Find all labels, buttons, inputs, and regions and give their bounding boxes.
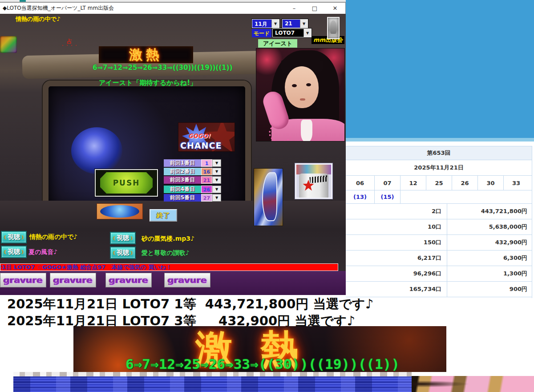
push-button[interactable]: PUSH [95,169,158,197]
chance-button-dome [100,205,139,218]
song-title: 愛と尊敬の讃歌♪ [142,249,190,257]
prev-number-row: 前回2番目 16 ▼ [164,168,221,175]
prev-label: 前回5番目 [164,194,201,202]
mode-label: モード [252,29,271,37]
fortune-dots: ・・・・ [61,44,78,48]
alert-banner: 21日 LOTO7 ☆GOGO★激熱 総合点97 本線で強気の 買いね！ [0,263,338,271]
prize-amount: 443,721,800円 [447,204,532,219]
statue-image [327,17,340,39]
aiist-message: アイースト「期待するからね!」 [99,79,197,87]
window-title: ◆LOTO当選探知機_オーパーツ_LT mm出版会 [0,4,114,12]
ornament-icon: ❰ [3,250,7,254]
listen-button[interactable]: ❰ 視聴 ❱ [1,246,27,258]
bonus-numbers-row: (13) (15) [346,190,532,204]
prize-amount: 1,300円 [447,266,532,281]
gravure-button[interactable]: gravure [0,273,46,287]
prev-value-select[interactable]: 1 [201,159,212,167]
photo-eye [292,84,297,87]
gekiatsu-banner-small: 激熱 [99,46,193,63]
chevron-down-icon[interactable]: ▼ [212,186,221,193]
desktop-background-edge [346,138,534,141]
ornament-icon: ❰ [112,251,116,255]
prize-units: 150口 [346,235,447,250]
listen-button[interactable]: ❰ 視聴 ❱ [110,247,136,259]
ornament-icon: ❱ [21,235,24,239]
chevron-down-icon[interactable]: ▼ [303,29,311,37]
prev-label: 前回4番目 [164,186,201,193]
listen-label: 視聴 [8,248,20,256]
draw-date: 2025年11月21日 [346,160,532,176]
top-edge-mark [20,0,26,2]
aiist-tag: アイースト [258,39,297,48]
exit-button[interactable]: 終了 [150,209,177,222]
lottery-results-table: 第653回 2025年11月21日 06 07 12 25 26 30 33 (… [346,146,532,298]
prize-amount: 432,900円 [447,235,532,250]
mode-select[interactable]: LOTO7 ▼ [272,28,312,37]
day-value: 21日 [283,20,300,28]
month-select[interactable]: 11月 ▼ [252,19,279,28]
chevron-down-icon[interactable]: ▼ [300,20,307,28]
listen-button[interactable]: ❰ 視聴 ❱ [1,231,27,243]
gravure-label: gravure [53,275,93,285]
chance-button[interactable] [97,203,143,219]
prize-row: 6,217口 6,300円 [346,251,532,266]
winning-numbers-row: 06 07 12 25 26 30 33 [346,176,532,190]
maximize-icon[interactable]: □ [304,3,325,14]
gravure-button[interactable]: gravure [50,273,96,287]
prize-row: 150口 432,900円 [346,235,532,251]
chevron-down-icon[interactable]: ▼ [271,20,279,28]
song-title: 砂の蜃気楼.mp3♪ [142,235,194,243]
gravure-button[interactable]: gravure [105,273,152,287]
can-image [295,163,332,199]
chevron-down-icon[interactable]: ▼ [212,159,221,167]
gravure-strip: gravure gravure gravure gravure [0,271,346,295]
photo-fragment [412,376,534,392]
prize-units: 96,296口 [346,266,447,281]
listen-label: 視聴 [8,233,20,241]
prize-units: 2口 [346,204,447,219]
gravure-label: gravure [4,275,43,285]
alert-banner-text: 21日 LOTO7 ☆GOGO★激熱 総合点97 本線で強気の 買いね！ [0,264,338,271]
month-value: 11月 [252,20,270,28]
minimize-icon[interactable]: – [284,3,304,14]
winning-number: 26 [452,176,477,190]
chevron-down-icon[interactable]: ▼ [212,194,221,202]
gravure-label: gravure [168,275,207,285]
prev-value-select[interactable]: 21 [201,176,212,184]
prize-amount: 6,300円 [447,251,532,266]
photo-mouth [300,98,305,101]
window-controls: – □ ✕ [284,3,345,14]
window-titlebar[interactable]: ◆LOTO当選探知機_オーパーツ_LT mm出版会 – □ ✕ [0,3,345,14]
slot-icon [0,36,17,53]
round-header: 第653回 [346,146,532,160]
song-title: 情熱の雨の中で♪ [29,233,77,241]
window-content: 情熱の雨の中で♪ 占 ・・・・ 激熱 6⇒7⇒12⇒25⇒26⇒33⇒((30)… [0,14,346,295]
prev-value-select[interactable]: 16 [201,168,212,175]
bonus-number: (15) [374,190,400,203]
chevron-down-icon[interactable]: ▼ [212,176,221,184]
close-icon[interactable]: ✕ [325,3,345,14]
phone-cord [269,123,292,141]
prev-value-select[interactable]: 26 [201,186,212,193]
prev-number-row: 前回5番目 27 ▼ [164,194,221,202]
chevron-down-icon[interactable]: ▼ [212,168,221,175]
prize-row: 10口 5,638,000円 [346,219,532,235]
winning-number: 12 [400,176,426,190]
gravure-button[interactable]: gravure [164,273,210,287]
prev-value-select[interactable]: 27 [201,194,212,202]
listen-button[interactable]: ❰ 視聴 ❱ [110,232,136,244]
mode-value: LOTO7 [273,29,297,37]
girl-photo [256,48,345,141]
ornament-icon: ❱ [130,251,134,255]
prize-units: 6,217口 [346,251,447,266]
winning-number: 30 [477,176,503,190]
day-select[interactable]: 21日 ▼ [282,19,308,28]
statue-bust [330,20,336,34]
winning-number: 06 [346,176,374,190]
listen-label: 視聴 [117,234,129,242]
bonus-empty-cell [400,190,532,203]
photo-face [285,66,319,108]
gravure-label: gravure [109,275,148,285]
fortune-mark: 占 ・・・・ [61,40,78,48]
prize-row: 2口 443,721,800円 [346,204,532,219]
